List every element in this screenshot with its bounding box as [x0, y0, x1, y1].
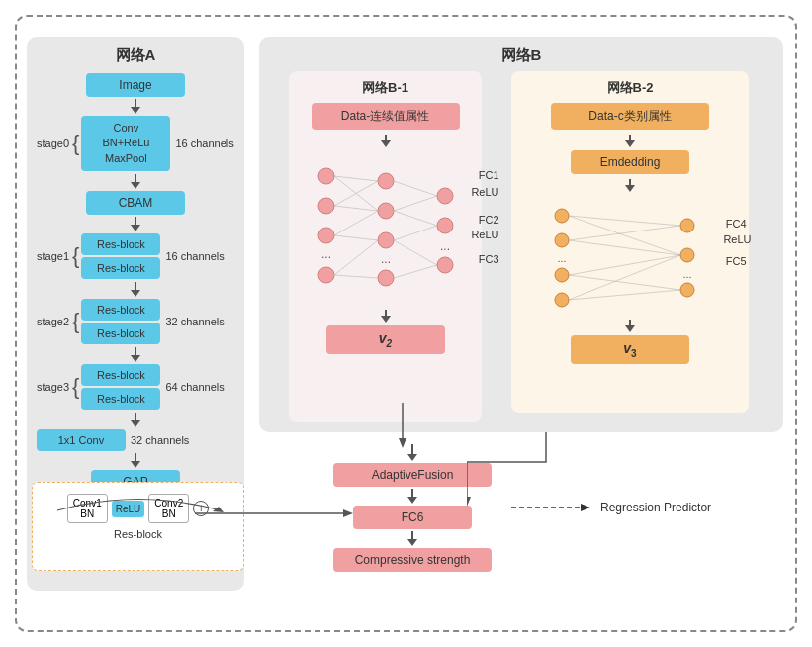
svg-text:...: ...: [439, 239, 449, 253]
stage3-channels: 64 channels: [165, 381, 224, 393]
stage3-res1-box: Res-block: [81, 364, 160, 386]
stage2-channels: 32 channels: [165, 316, 224, 327]
conv1x1-box: 1x1 Conv: [37, 429, 126, 451]
svg-point-9: [378, 270, 394, 286]
network-b-title: 网络B: [269, 46, 773, 65]
svg-line-24: [394, 211, 437, 226]
stage3-brace: {: [72, 376, 79, 398]
cbam-box: CBAM: [86, 191, 185, 215]
b2-arrow2: [519, 179, 741, 192]
svg-point-29: [555, 233, 569, 247]
svg-line-23: [394, 196, 437, 211]
stage1-label: stage1: [37, 250, 69, 262]
svg-line-27: [394, 265, 437, 278]
svg-point-34: [680, 248, 694, 262]
b1-fc1-label: FC1: [479, 169, 499, 181]
b1-data-input: Data-连续值属性: [312, 103, 460, 130]
b1-relu2-label: ReLU: [471, 229, 498, 240]
b2-nn-svg: ... ...: [544, 196, 717, 315]
arrow-fc6-output: [333, 531, 492, 546]
b2-arrow1: [519, 135, 741, 147]
svg-line-38: [569, 216, 680, 255]
b1-fc3-label: FC3: [479, 253, 499, 265]
b2-fc4-label: FC4: [726, 218, 747, 230]
stage3-label: stage3: [37, 381, 69, 393]
b1-arrow2: [297, 310, 474, 323]
network-b2-panel: 网络B-2 Data-c类别属性 Emdedding ...: [511, 71, 749, 413]
res-block-diagram: Conv1BN ReLU Conv2BN + Res-block: [32, 482, 244, 571]
b2-relu-label: ReLU: [723, 233, 751, 245]
svg-point-13: [437, 257, 453, 273]
b1-nn-svg: ... ... ...: [307, 151, 465, 300]
conv1x1-channels: 32 channels: [131, 434, 189, 446]
svg-point-7: [378, 232, 394, 248]
stage0-brace: {: [72, 133, 79, 154]
svg-point-32: [555, 293, 569, 307]
svg-line-44: [569, 290, 680, 300]
b1-relu1-label: ReLU: [471, 186, 498, 198]
svg-line-17: [334, 206, 378, 211]
arrow-stage1-stage2: [37, 282, 234, 297]
b2-nn-diagram: ... ...: [544, 196, 717, 315]
stage2-res2-box: Res-block: [81, 323, 160, 344]
b2-embedding-box: Emdedding: [571, 150, 689, 174]
svg-text:...: ...: [682, 268, 691, 280]
svg-line-25: [394, 226, 437, 240]
svg-line-39: [569, 226, 680, 240]
main-diagram: 网络A Image stage0 { ConvBN+ReLuMaxPool 16…: [15, 15, 797, 632]
svg-text:...: ...: [557, 252, 566, 264]
stage2-res1-box: Res-block: [81, 299, 160, 321]
network-a-title: 网络A: [37, 46, 234, 65]
res-block-label: Res-block: [39, 528, 237, 540]
svg-point-36: [680, 283, 694, 297]
svg-point-2: [318, 228, 334, 243]
network-b2-title: 网络B-2: [519, 79, 741, 97]
svg-marker-46: [581, 504, 590, 511]
stage1-res2-box: Res-block: [81, 257, 160, 279]
svg-line-22: [394, 181, 437, 196]
stage1-brace: {: [72, 245, 79, 267]
v3-box: v3: [571, 335, 689, 364]
stage0-conv-box: ConvBN+ReLuMaxPool: [81, 116, 170, 171]
svg-marker-52: [467, 497, 471, 507]
stage1-res1-box: Res-block: [81, 233, 160, 255]
image-box: Image: [86, 73, 185, 97]
v1-to-fusion-arrow: [195, 504, 363, 523]
svg-marker-51: [399, 438, 406, 448]
svg-line-40: [569, 240, 680, 255]
arrow-stage2-stage3: [37, 347, 234, 362]
stage1-channels: 16 channels: [165, 250, 224, 262]
stage2-label: stage2: [37, 316, 69, 327]
v3-to-fusion-arrow: [393, 403, 412, 452]
svg-marker-49: [343, 509, 353, 517]
network-b-panel: 网络B 网络B-1 Data-连续值属性 ...: [259, 37, 783, 432]
regression-predictor-label: Regression Predictor: [600, 501, 711, 514]
svg-line-41: [569, 255, 680, 275]
svg-line-37: [569, 216, 680, 226]
network-b1-title: 网络B-1: [297, 79, 474, 97]
svg-text:...: ...: [380, 252, 390, 266]
svg-point-4: [318, 267, 334, 283]
stage0-channels: 16 channels: [175, 138, 233, 149]
svg-point-33: [680, 219, 694, 232]
svg-point-28: [555, 209, 569, 223]
arrow-1x1conv-gap: [37, 453, 234, 468]
arrow-stage3-1x1conv: [37, 413, 234, 427]
svg-point-10: [437, 188, 453, 204]
svg-point-0: [318, 168, 334, 184]
b2-arrow3: [519, 320, 741, 332]
svg-point-6: [378, 203, 394, 219]
fc6-box: FC6: [353, 506, 472, 529]
svg-line-14: [334, 176, 378, 181]
stage2-brace: {: [72, 311, 79, 332]
svg-text:...: ...: [320, 247, 330, 261]
arrow-stage0-cbam: [37, 174, 234, 189]
stage0-label: stage0: [37, 138, 69, 149]
svg-point-5: [378, 173, 394, 189]
svg-point-1: [318, 198, 334, 214]
svg-point-31: [555, 268, 569, 282]
stage3-res2-box: Res-block: [81, 388, 160, 410]
b2-data-input: Data-c类别属性: [551, 103, 709, 130]
svg-line-20: [334, 240, 378, 275]
v2-box: v2: [326, 325, 445, 354]
